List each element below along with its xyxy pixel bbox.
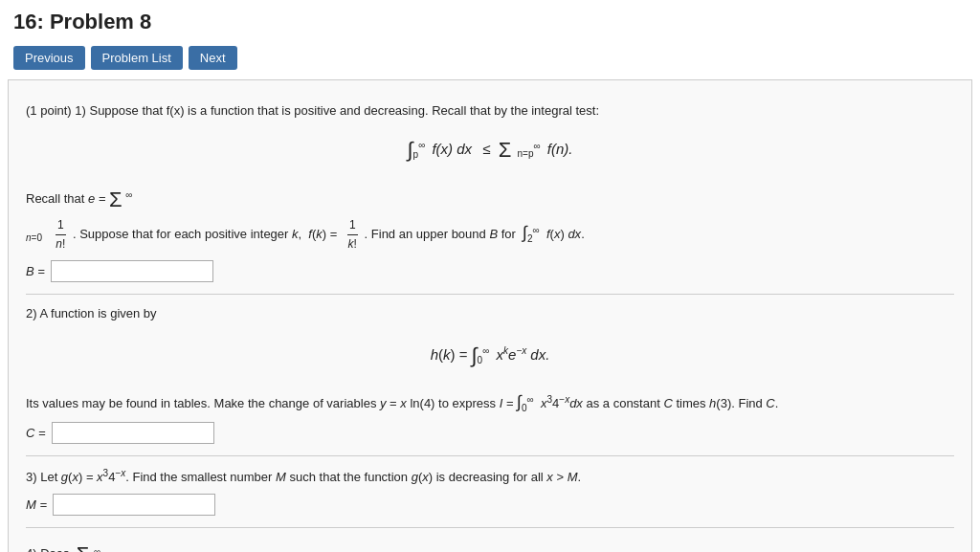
section4: 4) Does Σ ∞ n=1 n34−n converge or diverg… [26, 528, 954, 552]
section3-answer-row: M = [26, 494, 954, 516]
intro-text: (1 point) 1) Suppose that f(x) is a func… [26, 103, 954, 118]
next-button[interactable]: Next [189, 46, 237, 70]
section3-text: 3) Let g(x) = x34−x. Find the smallest n… [26, 466, 954, 488]
page-title: 16: Problem 8 [0, 0, 980, 40]
previous-button[interactable]: Previous [13, 46, 85, 70]
section1-answer-input[interactable] [51, 260, 213, 282]
section3-answer-label: M = [26, 497, 47, 512]
section1-text: Recall that e = Σ ∞ n=0 1 n! . Suppose t… [26, 183, 954, 254]
section2: 2) A function is given by h(k) = ∫0∞ xke… [26, 295, 954, 457]
section1-answer-row: B = [26, 260, 954, 282]
section2-answer-label: C = [26, 426, 46, 440]
nav-bar: Previous Problem List Next [0, 40, 980, 79]
section4-text: 4) Does Σ ∞ n=1 n34−n converge or diverg… [26, 538, 954, 552]
section3-answer-input[interactable] [53, 494, 215, 516]
section2-answer-input[interactable] [52, 422, 214, 444]
section1-answer-label: B = [26, 264, 45, 278]
section3: 3) Let g(x) = x34−x. Find the smallest n… [26, 456, 954, 528]
section2-answer-row: C = [26, 422, 954, 444]
problem-list-button[interactable]: Problem List [91, 46, 183, 70]
section2-header: 2) A function is given by [26, 304, 954, 324]
content-area: (1 point) 1) Suppose that f(x) is a func… [8, 79, 972, 552]
intro-section: (1 point) 1) Suppose that f(x) is a func… [26, 94, 954, 295]
integral-test-formula: ∫p∞ f(x) dx ≤ Σ n=p∞ f(n). [26, 129, 954, 171]
section2-formula-h: h(k) = ∫0∞ xke−x dx. [26, 335, 954, 377]
section2-text: Its values may be found in tables. Make … [26, 388, 954, 416]
